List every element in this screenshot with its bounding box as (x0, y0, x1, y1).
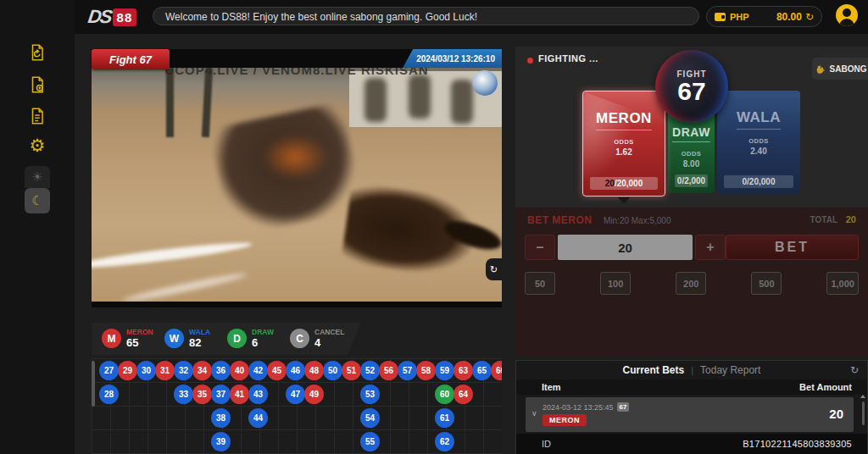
result-circle-66: 66 (491, 361, 502, 380)
chip-500[interactable]: 500 (751, 272, 782, 295)
grid-scrollbar[interactable] (92, 361, 95, 407)
scroll-up-arrow[interactable] (860, 395, 865, 398)
chevron-down-icon[interactable]: ∨ (531, 409, 537, 418)
fight-number-circle: FIGHT 67 (655, 50, 728, 123)
quick-amount-chips: 501002005001,000 (515, 272, 868, 295)
result-circle-28: 28 (99, 385, 119, 404)
chip-100[interactable]: 100 (600, 272, 631, 295)
tab-today-report[interactable]: Today Report (700, 364, 760, 376)
bet-row[interactable]: ∨ 2024-03-12 13:25:45 67 MERON 20 (526, 397, 854, 432)
result-circle-52: 52 (360, 361, 380, 380)
bet-fight-badge: 67 (617, 402, 630, 412)
theme-toggle: ☀ ☾ (24, 166, 51, 213)
currency-code: PHP (730, 12, 749, 22)
result-circle-58: 58 (416, 361, 436, 380)
result-circle-45: 45 (267, 361, 287, 380)
result-circle-35: 35 (192, 385, 212, 404)
increase-bet-button[interactable]: + (695, 235, 726, 260)
ds88-logo[interactable]: DS 88 (88, 6, 136, 28)
logo-88-text: 88 (113, 8, 137, 26)
chip-1000[interactable]: 1,000 (826, 272, 859, 295)
decrease-bet-button[interactable]: – (525, 235, 555, 260)
draw-odds: 8.00 (683, 159, 699, 169)
betting-panel: FIGHTING ... SABONG FIGHT 67 MERON ODDS … (515, 47, 868, 356)
chip-200[interactable]: 200 (676, 272, 706, 295)
result-circle-53: 53 (360, 385, 380, 404)
live-stream-video[interactable]: UCOP4.LIVE / VENOM8.LIVE RISKISAN ↻ (92, 68, 502, 307)
result-circle-38: 38 (211, 408, 231, 428)
meron-odds: 1.62 (615, 147, 632, 157)
bet-records-icon[interactable] (25, 73, 49, 97)
fight-results-grid[interactable]: 2729303132343640424546485051525657585963… (92, 358, 502, 454)
sabong-label: SABONG (830, 64, 867, 74)
result-circle-55: 55 (360, 432, 380, 451)
bet-id-row: ID B1710221145803839305 (516, 434, 867, 454)
sidebar: ⚙ ☀ ☾ (0, 0, 75, 454)
result-circle-36: 36 (211, 361, 231, 380)
status-dot (527, 58, 533, 64)
result-circle-30: 30 (136, 361, 156, 380)
wala-bet-card[interactable]: WALA ODDS 2.40 0/20,000 (717, 91, 800, 194)
dark-mode-moon-icon[interactable]: ☾ (25, 188, 50, 213)
result-circle-44: 44 (248, 408, 268, 428)
stream-timestamp: 2024/03/12 13:26:10 (403, 49, 502, 68)
current-bets-panel: Current Bets | Today Report ↻ Item Bet A… (515, 360, 868, 454)
summary-cancel: CCANCEL4 (290, 329, 353, 349)
results-summary-bar: MMERON65WWALA82DDRAW6CCANCEL4 (92, 323, 361, 355)
wala-odds: 2.40 (750, 147, 766, 156)
user-avatar[interactable] (836, 4, 858, 26)
draw-pool: 0/2,000 (675, 174, 708, 187)
selected-card-pointer (618, 197, 630, 204)
balance-value: 80.00 (776, 11, 802, 23)
result-circle-62: 62 (435, 432, 454, 451)
result-circle-46: 46 (286, 361, 305, 380)
result-circle-63: 63 (453, 361, 473, 380)
fight-number: 67 (677, 79, 705, 104)
bets-scrollbar[interactable] (862, 401, 865, 425)
result-circle-50: 50 (323, 361, 342, 380)
summary-wala: WWALA82 (164, 329, 227, 349)
result-circle-60: 60 (435, 385, 454, 404)
sabong-tab[interactable]: SABONG (812, 58, 868, 80)
bet-side-title: BET MERON (527, 214, 593, 226)
bets-column-headers: Item Bet Amount (516, 379, 867, 395)
result-circle-34: 34 (192, 361, 212, 380)
bets-tabs: Current Bets | Today Report (516, 361, 867, 379)
meron-pool: 20/20,000 (590, 177, 658, 190)
result-circle-27: 27 (99, 361, 119, 380)
result-circle-32: 32 (174, 361, 193, 380)
place-bet-button[interactable]: BET (726, 235, 859, 260)
result-circle-47: 47 (286, 385, 305, 404)
settings-gear-icon[interactable]: ⚙ (25, 134, 49, 158)
result-circle-42: 42 (248, 361, 268, 380)
tab-current-bets[interactable]: Current Bets (623, 364, 685, 376)
balance-refresh-icon[interactable]: ↻ (805, 11, 814, 23)
wala-title: WALA (737, 109, 781, 130)
result-circle-48: 48 (304, 361, 324, 380)
bet-controls-section: BET MERON Min:20 Max:5,000 TOTAL 20 – 20… (515, 208, 868, 356)
meron-title: MERON (596, 110, 652, 130)
logo-ds-text: DS (86, 6, 112, 28)
result-circle-31: 31 (155, 361, 175, 380)
bets-refresh-icon[interactable]: ↻ (850, 364, 859, 376)
total-label: TOTAL (810, 215, 837, 224)
bet-amount-input[interactable]: 20 (558, 235, 693, 260)
camera-switch-icon[interactable]: ↻ (486, 258, 502, 280)
meron-bet-card[interactable]: MERON ODDS 1.62 20/20,000 (582, 91, 665, 197)
balance-pill[interactable]: PHP 80.00 ↻ (706, 6, 822, 27)
result-circle-64: 64 (453, 385, 473, 404)
result-circle-33: 33 (174, 385, 193, 404)
records-sync-icon[interactable] (25, 41, 49, 64)
report-icon[interactable] (25, 104, 49, 128)
rooster-icon (814, 63, 826, 75)
result-circle-43: 43 (248, 385, 268, 404)
welcome-marquee: Welcome to DS88! Enjoy the best online s… (153, 7, 699, 25)
fight-number-badge: Fight 67 (92, 49, 170, 69)
result-circle-56: 56 (379, 361, 398, 380)
topbar: DS 88 Welcome to DS88! Enjoy the best on… (75, 0, 868, 34)
result-circle-57: 57 (398, 361, 417, 380)
chip-50[interactable]: 50 (525, 272, 555, 295)
result-circle-40: 40 (230, 361, 249, 380)
light-mode-sun-icon[interactable]: ☀ (25, 166, 50, 188)
result-circle-29: 29 (118, 361, 137, 380)
